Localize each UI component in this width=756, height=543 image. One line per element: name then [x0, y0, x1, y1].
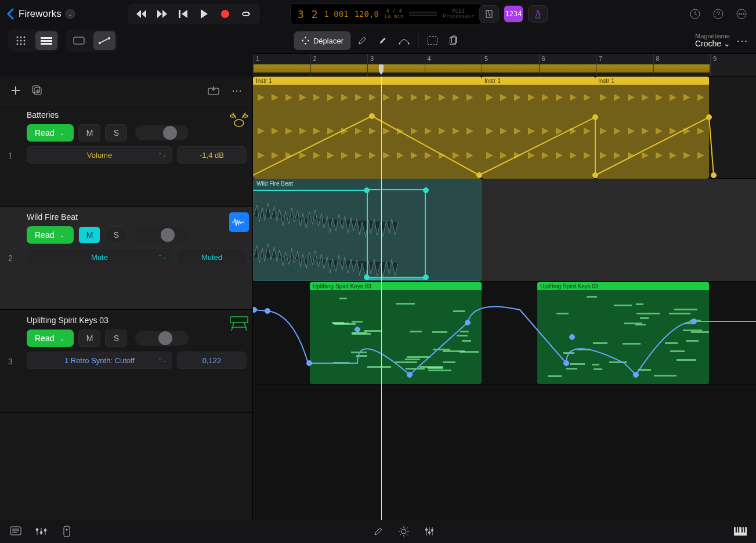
solo-button[interactable]: S [105, 124, 127, 142]
region[interactable]: Uplifting Spirit Keys 03 [310, 282, 482, 384]
solo-button[interactable]: S [105, 226, 127, 244]
drumkit-icon [229, 110, 249, 130]
smart-controls-button[interactable] [60, 525, 73, 538]
svg-rect-39 [230, 317, 248, 323]
mixer-button[interactable] [35, 525, 48, 538]
automation-node[interactable] [364, 187, 370, 193]
import-button[interactable] [206, 83, 221, 98]
automation-node[interactable] [592, 114, 598, 120]
automation-node[interactable] [364, 274, 370, 280]
keyboard-button[interactable] [734, 525, 747, 538]
arrange-area[interactable]: Instr 1 Instr 1 Instr 1 Wild Fire Beat [253, 77, 756, 520]
svg-rect-71 [738, 527, 739, 533]
selection-box[interactable] [367, 189, 426, 280]
help-button[interactable]: ? [712, 8, 725, 20]
clipboard-button[interactable] [444, 31, 462, 50]
volume-slider[interactable] [135, 331, 189, 346]
forward-button[interactable] [153, 6, 172, 22]
more-options-button[interactable]: ⋯ [736, 34, 748, 48]
curve-tool-button[interactable] [395, 31, 413, 50]
brush-tool-button[interactable] [374, 31, 392, 50]
automation-node[interactable] [569, 334, 575, 340]
automation-node[interactable] [592, 172, 598, 178]
mute-button[interactable]: M [78, 124, 100, 142]
region-label: Uplifting Spirit Keys 03 [310, 282, 482, 290]
track-lane[interactable]: Wild Fire Beat [253, 179, 756, 282]
snap-selector[interactable]: Magnétisme Croche ⌄ [695, 32, 730, 48]
playhead-line[interactable] [381, 77, 382, 520]
track-name[interactable]: Uplifting Spirit Keys 03 [27, 316, 247, 325]
view-tracks-button[interactable] [35, 31, 57, 50]
project-menu-chevron[interactable]: ⌄ [65, 9, 75, 19]
region[interactable]: Uplifting Spirit Keys 03 [537, 282, 709, 384]
region[interactable]: Instr 1 [595, 77, 709, 179]
settings-button[interactable] [397, 525, 410, 538]
lcd-display[interactable]: 3 2 1 001 120,0 4 / 4 La min MIDI Proces… [290, 3, 482, 24]
automation-value[interactable]: -1,4 dB [177, 146, 247, 164]
duplicate-track-button[interactable] [30, 83, 45, 98]
automation-node[interactable] [711, 172, 717, 178]
automation-node[interactable] [706, 114, 712, 120]
pencil-tool-button[interactable] [353, 31, 371, 50]
region-label: Instr 1 [595, 77, 709, 85]
volume-slider[interactable] [135, 227, 189, 242]
add-track-button[interactable] [8, 83, 23, 98]
automation-node[interactable] [253, 307, 257, 313]
notepad-button[interactable] [9, 525, 22, 538]
faders-button[interactable] [423, 525, 436, 538]
automation-param-selector[interactable]: Volume⌃⌄ [27, 146, 172, 164]
automation-param-selector[interactable]: 1 Retro Synth: Cutoff⌃⌄ [27, 352, 172, 369]
automation-node[interactable] [633, 372, 639, 378]
rewind-button[interactable] [132, 6, 151, 22]
view-single-button[interactable] [68, 31, 90, 50]
automation-node[interactable] [476, 172, 482, 178]
volume-slider[interactable] [135, 125, 189, 140]
cycle-button[interactable] [237, 6, 255, 22]
tuner-button[interactable] [479, 5, 499, 23]
move-tool-button[interactable]: Déplacer [294, 31, 350, 50]
mute-button[interactable]: M [78, 226, 100, 244]
automation-node[interactable] [306, 360, 312, 366]
automation-mode-selector[interactable]: Read [27, 124, 74, 142]
timeline-ruler[interactable]: 123456789 [253, 53, 756, 77]
automation-node[interactable] [423, 274, 429, 280]
track-lane[interactable]: Instr 1 Instr 1 Instr 1 [253, 77, 756, 179]
svg-rect-19 [41, 37, 52, 39]
edit-button[interactable] [372, 525, 385, 538]
record-button[interactable] [216, 6, 234, 22]
automation-node[interactable] [465, 320, 471, 325]
automation-node[interactable] [691, 318, 697, 324]
automation-mode-selector[interactable]: Read [27, 226, 74, 244]
view-grid-button[interactable] [10, 31, 32, 50]
automation-node[interactable] [423, 187, 429, 193]
view-automation-button[interactable] [93, 31, 115, 50]
automation-node[interactable] [407, 372, 413, 378]
marquee-tool-button[interactable] [423, 31, 442, 50]
playhead[interactable] [378, 64, 385, 76]
automation-value[interactable]: 0,122 [177, 352, 247, 369]
bar-number: 5 [484, 55, 488, 62]
automation-node[interactable] [355, 327, 360, 332]
track-lane[interactable]: Uplifting Spirit Keys 03 Uplifting Spiri… [253, 282, 756, 385]
region[interactable]: Instr 1 [482, 77, 595, 179]
track-name[interactable]: Batteries [27, 110, 247, 120]
bar-marker: 3 [367, 54, 368, 76]
mute-button[interactable]: M [78, 330, 100, 347]
go-to-start-button[interactable] [174, 6, 193, 22]
count-in-button[interactable]: 1234 [504, 5, 523, 23]
track-name[interactable]: Wild Fire Beat [27, 212, 247, 222]
automation-value[interactable]: Muted [177, 248, 247, 266]
automation-mode-selector[interactable]: Read [27, 330, 74, 347]
more-menu-button[interactable] [735, 8, 748, 20]
automation-node[interactable] [265, 308, 270, 314]
track-options-button[interactable]: ⋯ [229, 83, 244, 98]
automation-node[interactable] [369, 113, 375, 119]
back-button[interactable] [6, 8, 14, 20]
solo-button[interactable]: S [105, 330, 127, 347]
automation-node[interactable] [563, 360, 569, 366]
undo-history-button[interactable] [689, 8, 701, 20]
automation-param-selector[interactable]: Mute⌃⌄ [27, 248, 172, 266]
play-button[interactable] [195, 6, 214, 22]
bar-marker: 4 [425, 54, 425, 76]
metronome-button[interactable] [528, 5, 548, 23]
